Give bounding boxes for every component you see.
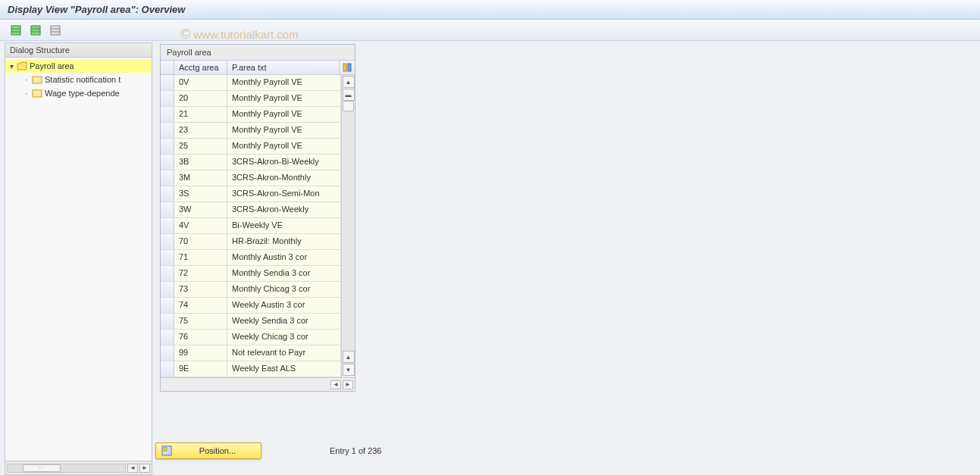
cell-ptext[interactable]: Monthly Sendia 3 cor (227, 266, 341, 282)
scroll-down-icon[interactable]: ▼ (343, 364, 355, 376)
tree-node-statistic[interactable]: · Statistic notification t (5, 73, 152, 86)
table-row[interactable]: 21Monthly Payroll VE (161, 107, 341, 123)
cell-acctg[interactable]: 3S (174, 186, 227, 202)
cell-ptext[interactable]: Monthly Payroll VE (227, 139, 341, 155)
cell-acctg[interactable]: 3B (174, 155, 227, 170)
scroll-up-icon[interactable]: ▲ (343, 76, 355, 88)
scroll-page-up-icon[interactable]: ▬ (343, 89, 355, 101)
table-row[interactable]: 23Monthly Payroll VE (161, 123, 341, 139)
position-button[interactable]: Position... (155, 442, 261, 459)
table-row[interactable]: 71Monthly Austin 3 cor (161, 250, 341, 266)
cell-acctg[interactable]: 9E (174, 361, 227, 377)
row-selector[interactable] (161, 107, 174, 123)
cell-ptext[interactable]: HR-Brazil: Monthly (227, 234, 341, 250)
select-all-cell[interactable] (161, 61, 174, 74)
cell-ptext[interactable]: Weekly Austin 3 cor (227, 298, 341, 314)
row-selector[interactable] (161, 314, 174, 330)
tree-toggle-icon[interactable]: ▾ (7, 62, 16, 70)
hscroll-track[interactable]: ··· (7, 464, 126, 473)
table-row[interactable]: 70HR-Brazil: Monthly (161, 234, 341, 250)
row-selector[interactable] (161, 234, 174, 250)
cell-acctg[interactable]: 4V (174, 218, 227, 234)
row-selector[interactable] (161, 250, 174, 266)
row-selector[interactable] (161, 186, 174, 202)
table-row[interactable]: 4VBi-Weekly VE (161, 218, 341, 234)
cell-acctg[interactable]: 25 (174, 139, 227, 155)
column-header-ptext[interactable]: P.area txt (227, 61, 340, 74)
tree-node-payroll-area[interactable]: ▾ Payroll area (5, 59, 152, 73)
cell-acctg[interactable]: 74 (174, 298, 227, 314)
row-selector[interactable] (161, 361, 174, 377)
cell-ptext[interactable]: Monthly Payroll VE (227, 107, 341, 123)
cell-ptext[interactable]: Monthly Austin 3 cor (227, 250, 341, 266)
cell-ptext[interactable]: 3CRS-Akron-Weekly (227, 202, 341, 218)
cell-acctg[interactable]: 99 (174, 345, 227, 361)
hscroll-left-icon[interactable]: ◄ (330, 380, 341, 389)
row-selector[interactable] (161, 123, 174, 139)
cell-ptext[interactable]: Monthly Payroll VE (227, 75, 341, 91)
cell-acctg[interactable]: 20 (174, 91, 227, 107)
table-row[interactable]: 9EWeekly East ALS (161, 361, 341, 377)
table-row[interactable]: 3W3CRS-Akron-Weekly (161, 202, 341, 218)
table-row[interactable]: 20Monthly Payroll VE (161, 91, 341, 107)
cell-acctg[interactable]: 21 (174, 107, 227, 123)
cell-ptext[interactable]: Monthly Payroll VE (227, 123, 341, 139)
cell-ptext[interactable]: 3CRS-Akron-Bi-Weekly (227, 155, 341, 170)
cell-ptext[interactable]: Monthly Payroll VE (227, 91, 341, 107)
row-selector[interactable] (161, 345, 174, 361)
row-selector[interactable] (161, 170, 174, 186)
table-row[interactable]: 25Monthly Payroll VE (161, 139, 341, 155)
hscroll-right-icon[interactable]: ► (139, 464, 150, 473)
toolbar-button-1[interactable] (9, 23, 23, 37)
table-row[interactable]: 75Weekly Sendia 3 cor (161, 314, 341, 330)
row-selector[interactable] (161, 202, 174, 218)
cell-acctg[interactable]: 3M (174, 170, 227, 186)
table-config-button[interactable] (340, 61, 355, 74)
cell-ptext[interactable]: 3CRS-Akron-Monthly (227, 170, 341, 186)
hscroll-left-icon[interactable]: ◄ (127, 464, 138, 473)
cell-acctg[interactable]: 71 (174, 250, 227, 266)
row-selector[interactable] (161, 330, 174, 345)
row-selector[interactable] (161, 282, 174, 298)
row-selector[interactable] (161, 75, 174, 91)
cell-ptext[interactable]: Weekly Sendia 3 cor (227, 314, 341, 330)
cell-acctg[interactable]: 75 (174, 314, 227, 330)
table-row[interactable]: 73Monthly Chicag 3 cor (161, 282, 341, 298)
table-row[interactable]: 72Monthly Sendia 3 cor (161, 266, 341, 282)
scroll-page-down-icon[interactable]: ▲ (343, 351, 355, 363)
cell-acctg[interactable]: 73 (174, 282, 227, 298)
row-selector[interactable] (161, 298, 174, 314)
cell-ptext[interactable]: Bi-Weekly VE (227, 218, 341, 234)
tree-hscrollbar[interactable]: ··· ◄ ► (5, 461, 152, 474)
cell-acctg[interactable]: 72 (174, 266, 227, 282)
toolbar-button-2[interactable] (29, 23, 42, 37)
hscroll-right-icon[interactable]: ► (343, 380, 353, 389)
vscroll-track[interactable] (343, 101, 354, 364)
cell-ptext[interactable]: Monthly Chicag 3 cor (227, 282, 341, 298)
vscroll-thumb[interactable] (343, 101, 354, 111)
cell-acctg[interactable]: 23 (174, 123, 227, 139)
table-row[interactable]: 3M3CRS-Akron-Monthly (161, 170, 341, 186)
row-selector[interactable] (161, 91, 174, 107)
cell-acctg[interactable]: 3W (174, 202, 227, 218)
cell-acctg[interactable]: 0V (174, 75, 227, 91)
row-selector[interactable] (161, 139, 174, 155)
table-vscrollbar[interactable]: ▲ ▬ ▲ ▼ (341, 75, 355, 377)
cell-acctg[interactable]: 76 (174, 330, 227, 345)
cell-acctg[interactable]: 70 (174, 234, 227, 250)
toolbar-button-3[interactable] (49, 23, 62, 37)
cell-ptext[interactable]: Weekly East ALS (227, 361, 341, 377)
table-row[interactable]: 74Weekly Austin 3 cor (161, 298, 341, 314)
table-row[interactable]: 99Not relevant to Payr (161, 345, 341, 361)
table-row[interactable]: 0VMonthly Payroll VE (161, 75, 341, 91)
table-hscrollbar[interactable]: ◄ ► (161, 377, 355, 391)
cell-ptext[interactable]: Not relevant to Payr (227, 345, 341, 361)
row-selector[interactable] (161, 155, 174, 170)
cell-ptext[interactable]: 3CRS-Akron-Semi-Mon (227, 186, 341, 202)
tree-node-wagetype[interactable]: · Wage type-depende (5, 86, 152, 100)
table-row[interactable]: 76Weekly Chicag 3 cor (161, 330, 341, 345)
hscroll-thumb[interactable]: ··· (23, 464, 61, 472)
column-header-acctg[interactable]: Acctg area (174, 61, 227, 74)
row-selector[interactable] (161, 218, 174, 234)
table-row[interactable]: 3B3CRS-Akron-Bi-Weekly (161, 155, 341, 170)
